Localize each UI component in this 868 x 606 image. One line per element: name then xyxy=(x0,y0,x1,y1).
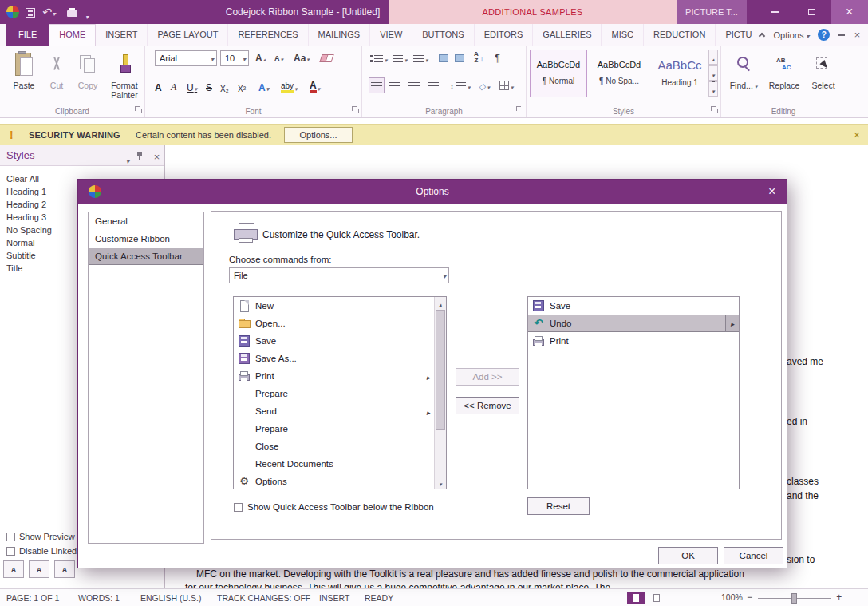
zoom-out-button[interactable] xyxy=(747,592,752,603)
tab-buttons[interactable]: BUTTONS xyxy=(412,24,474,46)
tab-view[interactable]: VIEW xyxy=(370,24,412,46)
style-no-spacing[interactable]: AaBbCcDd ¶ No Spa... xyxy=(590,50,648,97)
line-spacing-button[interactable] xyxy=(448,77,472,93)
change-case-button[interactable]: Aa xyxy=(292,50,311,66)
status-page[interactable]: PAGE: 1 OF 1 xyxy=(6,593,59,603)
show-preview-checkbox[interactable]: Show Preview xyxy=(6,532,75,541)
tab-mailings[interactable]: MAILINGS xyxy=(309,24,371,46)
dialog-close-button[interactable] xyxy=(768,184,775,199)
manage-styles-button[interactable] xyxy=(54,560,75,578)
chevron-down-icon[interactable] xyxy=(126,152,129,167)
align-left-button[interactable] xyxy=(369,77,385,93)
zoom-in-button[interactable] xyxy=(836,592,842,603)
scroll-up-button[interactable] xyxy=(435,297,446,309)
select-button[interactable]: Select xyxy=(806,50,841,90)
nav-item-general[interactable]: General xyxy=(89,212,203,230)
font-dialog-launcher[interactable] xyxy=(352,106,359,113)
pin-icon[interactable] xyxy=(136,151,144,160)
bold-button[interactable]: A xyxy=(153,77,164,93)
styles-dialog-launcher[interactable] xyxy=(711,106,718,113)
command-item-send[interactable]: Send xyxy=(234,402,446,420)
tab-insert[interactable]: INSERT xyxy=(96,24,148,46)
shading-button[interactable] xyxy=(477,77,491,93)
add-button[interactable]: Add >> xyxy=(456,368,519,386)
subscript-button[interactable]: X₂ xyxy=(219,77,231,93)
command-item-save[interactable]: Save xyxy=(234,332,446,350)
align-right-button[interactable] xyxy=(407,77,421,93)
ok-button[interactable]: OK xyxy=(658,547,718,564)
scrollbar-thumb[interactable] xyxy=(436,310,445,430)
remove-button[interactable]: << Remove xyxy=(456,397,519,414)
close-button[interactable] xyxy=(831,0,868,24)
borders-button[interactable] xyxy=(498,77,515,93)
underline-button[interactable]: U xyxy=(185,77,199,93)
minimize-button[interactable] xyxy=(756,0,793,24)
status-track-changes[interactable]: TRACK CHANGES: OFF xyxy=(217,593,310,603)
zoom-level[interactable]: 100% xyxy=(721,592,743,602)
cut-button[interactable]: Cut xyxy=(43,50,70,90)
format-painter-button[interactable]: Format Painter xyxy=(105,50,144,100)
font-color-button[interactable]: A xyxy=(308,77,322,93)
paragraph-dialog-launcher[interactable] xyxy=(516,106,523,113)
command-item-prepare-2[interactable]: Prepare xyxy=(234,420,446,438)
reset-button[interactable]: Reset xyxy=(527,497,590,515)
document-minimize-button[interactable] xyxy=(838,34,845,36)
view-print-layout-button[interactable] xyxy=(627,592,645,604)
close-pane-button[interactable] xyxy=(153,149,160,164)
font-family-select[interactable]: Arial xyxy=(155,50,217,66)
tab-page-layout[interactable]: PAGE LAYOUT xyxy=(148,24,228,46)
qat-save-button[interactable] xyxy=(26,6,35,19)
command-item-new[interactable]: New xyxy=(234,297,446,315)
increase-indent-button[interactable] xyxy=(453,50,466,66)
new-style-button[interactable] xyxy=(3,560,24,578)
qat-undo-button[interactable] xyxy=(41,6,56,18)
styles-gallery-more-button[interactable] xyxy=(708,81,718,97)
numbering-button[interactable] xyxy=(391,50,409,66)
bullets-button[interactable] xyxy=(369,50,389,66)
qat-print-button[interactable] xyxy=(67,6,77,18)
contextual-tab-picture-tools[interactable]: PICTURE T... xyxy=(677,0,747,24)
highlight-color-button[interactable]: aby xyxy=(279,77,299,93)
tab-home[interactable]: HOME xyxy=(49,24,96,46)
clipboard-dialog-launcher[interactable] xyxy=(135,106,142,113)
justify-button[interactable] xyxy=(426,77,440,93)
tab-misc[interactable]: MISC xyxy=(602,24,644,46)
styles-scroll-down-button[interactable] xyxy=(708,65,718,81)
view-web-layout-button[interactable] xyxy=(648,592,665,604)
command-item-close[interactable]: Close xyxy=(234,438,446,455)
collapse-ribbon-button[interactable] xyxy=(760,31,764,38)
align-center-button[interactable] xyxy=(388,77,402,93)
command-item-open[interactable]: Open... xyxy=(234,315,446,332)
contextual-group-tab[interactable]: ADDITIONAL SAMPLES xyxy=(389,0,677,24)
qat-item-save[interactable]: Save xyxy=(528,297,739,315)
styles-scroll-up-button[interactable] xyxy=(708,50,718,65)
strikethrough-button[interactable]: S xyxy=(204,77,214,93)
app-logo-icon[interactable] xyxy=(6,6,19,18)
italic-button[interactable]: A xyxy=(169,77,178,93)
sort-button[interactable] xyxy=(472,50,485,65)
find-button[interactable]: Find... xyxy=(724,50,763,90)
superscript-button[interactable]: X² xyxy=(236,77,247,93)
qat-item-undo[interactable]: Undo xyxy=(528,315,739,332)
shrink-font-button[interactable]: A xyxy=(273,50,285,66)
status-words[interactable]: WORDS: 1 xyxy=(78,593,120,603)
text-effects-button[interactable]: A xyxy=(257,77,270,93)
multilevel-list-button[interactable] xyxy=(412,50,430,66)
warning-close-button[interactable] xyxy=(854,129,860,141)
maximize-button[interactable] xyxy=(793,0,831,24)
tab-references[interactable]: REFERENCES xyxy=(228,24,308,46)
copy-button[interactable]: Copy xyxy=(72,50,104,90)
style-heading-1[interactable]: AaBbCc Heading 1 xyxy=(651,50,708,97)
qat-item-print[interactable]: Print xyxy=(528,332,739,350)
status-language[interactable]: ENGLISH (U.S.) xyxy=(140,593,201,603)
tab-reduction[interactable]: REDUCTION xyxy=(644,24,716,46)
command-item-print[interactable]: Print xyxy=(234,367,446,385)
security-options-button[interactable]: Options... xyxy=(284,127,353,143)
grow-font-button[interactable]: A xyxy=(254,50,267,66)
nav-item-quick-access-toolbar[interactable]: Quick Access Toolbar xyxy=(89,248,203,265)
item-submenu-button[interactable] xyxy=(725,315,739,331)
show-marks-button[interactable] xyxy=(493,50,501,65)
command-item-recent-documents[interactable]: Recent Documents xyxy=(234,455,446,473)
scroll-down-button[interactable] xyxy=(435,477,446,489)
command-item-prepare[interactable]: Prepare xyxy=(234,385,446,402)
